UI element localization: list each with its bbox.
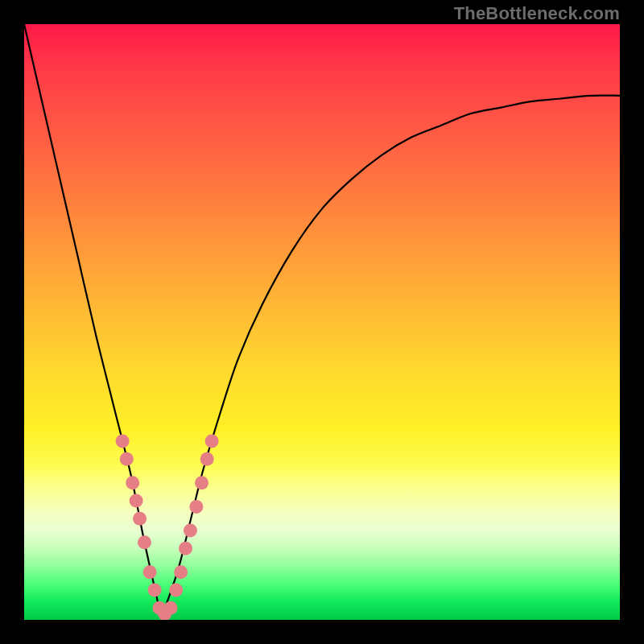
data-point-marker — [143, 565, 157, 579]
data-point-marker — [120, 452, 134, 466]
watermark-text: TheBottleneck.com — [454, 3, 620, 24]
data-point-marker — [200, 452, 214, 466]
data-point-marker — [205, 435, 219, 448]
data-point-marker — [174, 565, 188, 579]
data-point-marker — [138, 535, 151, 549]
plot-area — [24, 24, 620, 620]
data-point-marker — [133, 512, 147, 526]
marker-group — [116, 435, 219, 621]
data-point-marker — [195, 476, 208, 489]
data-point-marker — [126, 476, 139, 489]
data-point-marker — [130, 494, 143, 508]
data-point-marker — [184, 524, 197, 538]
data-point-marker — [189, 500, 203, 514]
data-point-marker — [116, 435, 130, 448]
data-point-marker — [148, 584, 162, 597]
data-point-marker — [169, 584, 183, 597]
curve-layer — [24, 24, 620, 620]
bottleneck-curve — [24, 24, 620, 614]
data-point-marker — [164, 601, 178, 615]
data-point-marker — [179, 542, 192, 555]
chart-frame: TheBottleneck.com — [0, 0, 644, 644]
